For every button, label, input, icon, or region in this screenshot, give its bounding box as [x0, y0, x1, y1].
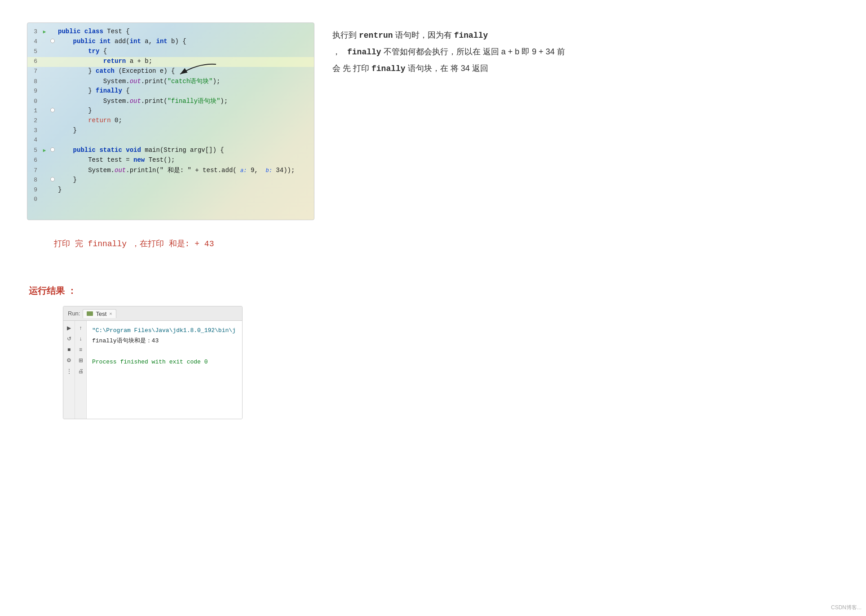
- code-line-3: 3 ▶ public class Test {: [27, 27, 314, 37]
- scroll-down-button[interactable]: ↓: [76, 334, 85, 343]
- code-line-6b: 6 Test test = new Test();: [27, 156, 314, 166]
- run-result-section: 运行结果 ： Run: Test × ▶ ↺ ■ ⚙ ⋮ ↑: [27, 285, 839, 419]
- console-output: "C:\Program Files\Java\jdk1.8.0_192\bin\…: [87, 321, 242, 419]
- explanation-line2: ， finally 不管如何都会执行，所以在 返回 a + b 即 9 + 34…: [332, 44, 839, 60]
- main-content: 3 ▶ public class Test { 4 public int add…: [27, 22, 839, 220]
- code-line-1: 1 }: [27, 106, 314, 116]
- console-tab-test[interactable]: Test ×: [83, 309, 116, 318]
- tab-close-icon[interactable]: ×: [109, 311, 112, 316]
- console-tab-bar: Run: Test ×: [63, 306, 242, 321]
- run-label: Run:: [68, 310, 80, 317]
- watermark: CSDN博客...: [831, 604, 862, 612]
- console-left-toolbar: ▶ ↺ ■ ⚙ ⋮: [63, 321, 75, 419]
- code-line-0b: 0: [27, 195, 314, 205]
- code-line-0a: 0 System.out.print("finally语句块");: [27, 97, 314, 106]
- tab-name: Test: [96, 310, 106, 317]
- console-panel: Run: Test × ▶ ↺ ■ ⚙ ⋮ ↑ ↓ ≡ ⊞ �: [63, 306, 243, 419]
- code-screenshot: 3 ▶ public class Test { 4 public int add…: [27, 22, 314, 220]
- console-right-toolbar: ↑ ↓ ≡ ⊞ 🖨: [75, 321, 87, 419]
- explanation-line3: 会 先 打印 finally 语句块，在 将 34 返回: [332, 60, 839, 77]
- code-line-3b: 3 }: [27, 126, 314, 136]
- print-button[interactable]: 🖨: [76, 367, 85, 376]
- explanation-text: 执行到 rentrun 语句时，因为有 finally ， finally 不管…: [332, 22, 839, 77]
- run-result-label: 运行结果 ：: [27, 285, 839, 297]
- settings-button[interactable]: ⚙: [65, 356, 74, 365]
- align-button[interactable]: ≡: [76, 345, 85, 354]
- code-line-7b: 7 System.out.println(" 和是: " + test.add(…: [27, 166, 314, 176]
- console-finally-line: finally语句块和是：43: [92, 336, 237, 346]
- summary-line: 打印 完 finnally ，在打印 和是: + 43: [27, 238, 839, 249]
- more-button[interactable]: ⋮: [65, 367, 74, 376]
- code-line-4: 4 public int add(int a, int b) {: [27, 37, 314, 47]
- arrow-annotation: [162, 61, 221, 83]
- code-line-8b: 8 }: [27, 176, 314, 186]
- explanation-line1: 执行到 rentrun 语句时，因为有 finally: [332, 27, 839, 44]
- console-spacer: [92, 346, 237, 357]
- code-line-9: 9 } finally {: [27, 87, 314, 97]
- run-button[interactable]: ▶: [65, 324, 74, 332]
- filter-button[interactable]: ⊞: [76, 356, 85, 365]
- tab-icon: [87, 311, 93, 316]
- code-line-9b: 9 }: [27, 186, 314, 195]
- code-line-4b: 4: [27, 136, 314, 146]
- console-body: ▶ ↺ ■ ⚙ ⋮ ↑ ↓ ≡ ⊞ 🖨 "C:\Program Files\Ja…: [63, 321, 242, 419]
- console-exit-line: Process finished with exit code 0: [92, 357, 237, 367]
- rerun-button[interactable]: ↺: [65, 334, 74, 343]
- stop-button[interactable]: ■: [65, 345, 74, 354]
- scroll-up-button[interactable]: ↑: [76, 324, 85, 332]
- code-line-5: 5 try {: [27, 47, 314, 57]
- code-line-5b: 5 ▶ public static void main(String argv[…: [27, 146, 314, 156]
- console-path-line: "C:\Program Files\Java\jdk1.8.0_192\bin\…: [92, 325, 237, 336]
- code-line-2: 2 return 0;: [27, 116, 314, 126]
